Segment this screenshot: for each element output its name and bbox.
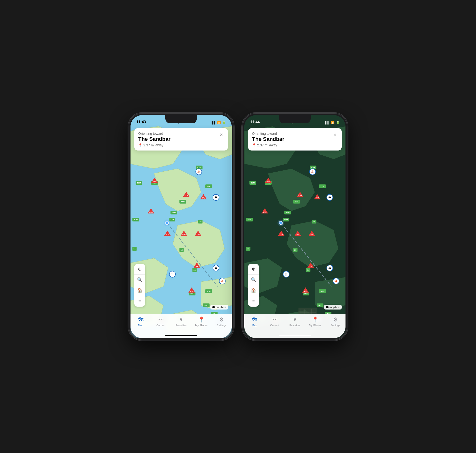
svg-text:3BC: 3BC bbox=[207, 290, 211, 292]
home-indicator-dark bbox=[279, 335, 311, 336]
svg-text:1TM: 1TM bbox=[196, 233, 200, 235]
phone-light: 11:43 ➤ ▌▌ 📶 🔋 bbox=[129, 114, 233, 340]
tab-favorites-dark[interactable]: ♥ Favorites bbox=[285, 317, 305, 327]
nav-card-light: Orienting toward The Sandbar 📍 2.37 mi a… bbox=[134, 128, 228, 151]
svg-text:11: 11 bbox=[133, 248, 136, 250]
signal-icon-light: ▌▌ bbox=[212, 121, 216, 124]
tab-favorites-label-light: Favorites bbox=[176, 324, 186, 327]
nav-card-close-dark[interactable]: ✕ bbox=[332, 132, 338, 138]
svg-text:1TM: 1TM bbox=[310, 233, 314, 235]
tab-current-icon-dark: 〰 bbox=[272, 317, 277, 323]
mapbox-dot-light bbox=[212, 306, 215, 308]
tab-map-icon-light: 🗺 bbox=[138, 317, 143, 323]
nav-card-distance-light: 📍 2.37 mi away bbox=[138, 143, 170, 147]
tab-settings-label-dark: Settings bbox=[330, 324, 340, 327]
tab-current-icon-light: 〰 bbox=[158, 317, 163, 323]
svg-text:6TM: 6TM bbox=[185, 195, 188, 196]
left-toolbar-dark: ⊕ 🔍 🏠 ≡ bbox=[248, 264, 259, 307]
tab-settings-label-light: Settings bbox=[217, 324, 226, 327]
nav-card-orienting-light: Orienting toward bbox=[138, 132, 170, 135]
search-btn-light[interactable]: 🔍 bbox=[134, 275, 145, 285]
svg-text:🍴: 🍴 bbox=[284, 273, 288, 276]
home-btn-dark[interactable]: 🏠 bbox=[248, 285, 259, 296]
svg-text:🕶: 🕶 bbox=[328, 196, 331, 199]
svg-text:5TM: 5TM bbox=[202, 197, 205, 199]
nav-card-dark: Orienting toward The Sandbar 📍 2.37 mi a… bbox=[248, 128, 342, 151]
signal-icon-dark: ▌▌ bbox=[325, 121, 330, 124]
svg-point-108 bbox=[277, 219, 284, 226]
phones-container: 11:43 ➤ ▌▌ 📶 🔋 bbox=[129, 114, 347, 340]
nav-card-title-dark: The Sandbar bbox=[252, 136, 284, 142]
left-toolbar-light: ⊕ 🔍 🏠 ≡ bbox=[134, 264, 145, 307]
tab-myplaces-label-dark: My Places bbox=[309, 324, 321, 327]
tab-map-dark[interactable]: 🗺 Map bbox=[244, 317, 265, 327]
tab-current-label-light: Current bbox=[156, 324, 165, 327]
svg-text:4BC: 4BC bbox=[190, 290, 193, 292]
tab-favorites-icon-light: ♥ bbox=[179, 317, 183, 323]
distance-text-light: 2.37 mi away bbox=[143, 143, 163, 147]
nav-card-close-light[interactable]: ✕ bbox=[218, 132, 224, 138]
notch-light bbox=[165, 115, 197, 123]
tab-map-icon-dark: 🗺 bbox=[252, 317, 257, 323]
svg-text:14: 14 bbox=[307, 269, 309, 271]
crosshair-btn-light[interactable]: ⊕ bbox=[134, 264, 145, 275]
search-btn-dark[interactable]: 🔍 bbox=[248, 275, 259, 285]
svg-text:2TM: 2TM bbox=[280, 233, 283, 235]
svg-text:6SM: 6SM bbox=[153, 181, 156, 182]
tab-current-dark[interactable]: 〰 Current bbox=[265, 317, 285, 327]
location-pin-light: 📍 bbox=[138, 143, 142, 147]
svg-text:11: 11 bbox=[247, 248, 249, 250]
svg-text:1TM: 1TM bbox=[170, 218, 174, 221]
svg-text:5BC: 5BC bbox=[204, 304, 208, 306]
tab-settings-icon-dark: ⚙ bbox=[333, 317, 338, 323]
nav-card-content-light: Orienting toward The Sandbar 📍 2.37 mi a… bbox=[138, 132, 170, 147]
tab-map-light[interactable]: 🗺 Map bbox=[131, 317, 151, 327]
svg-text:4BC: 4BC bbox=[190, 292, 194, 294]
tab-settings-light[interactable]: ⚙ Settings bbox=[211, 317, 232, 327]
crosshair-btn-dark[interactable]: ⊕ bbox=[248, 264, 259, 275]
nav-card-content-dark: Orienting toward The Sandbar 📍 2.37 mi a… bbox=[252, 132, 284, 147]
svg-text:14: 14 bbox=[196, 265, 198, 267]
tab-myplaces-dark[interactable]: 📍 My Places bbox=[305, 317, 325, 327]
nav-card-title-light: The Sandbar bbox=[138, 136, 170, 142]
wifi-icon-light: 📶 bbox=[217, 121, 221, 124]
tab-settings-dark[interactable]: ⚙ Settings bbox=[325, 317, 345, 327]
tab-myplaces-icon-dark: 📍 bbox=[312, 317, 318, 323]
svg-text:7TM: 7TM bbox=[207, 185, 211, 187]
svg-text:14: 14 bbox=[310, 265, 312, 267]
svg-text:4TM: 4TM bbox=[296, 233, 299, 235]
svg-text:⛵: ⛵ bbox=[335, 279, 338, 283]
svg-text:6TM: 6TM bbox=[299, 195, 302, 196]
svg-text:3TM: 3TM bbox=[286, 211, 290, 214]
battery-icon-light: 🔋 bbox=[222, 121, 226, 124]
tab-favorites-light[interactable]: ♥ Favorites bbox=[171, 317, 191, 327]
svg-text:🕶: 🕶 bbox=[328, 267, 331, 270]
svg-text:⛵: ⛵ bbox=[197, 170, 200, 173]
svg-text:4SM: 4SM bbox=[263, 211, 267, 213]
svg-text:4SM: 4SM bbox=[149, 211, 153, 213]
svg-text:🕶: 🕶 bbox=[215, 267, 217, 270]
svg-text:13: 13 bbox=[181, 249, 183, 251]
svg-text:9TM: 9TM bbox=[311, 166, 315, 168]
svg-point-11 bbox=[164, 219, 170, 226]
layers-btn-light[interactable]: ≡ bbox=[134, 296, 145, 307]
svg-text:3BC: 3BC bbox=[321, 290, 324, 292]
svg-text:5SM: 5SM bbox=[251, 182, 255, 184]
phone-dark: 11:44 ➤ ▌▌ 📶 🔋 bbox=[243, 114, 347, 340]
svg-text:2TM: 2TM bbox=[166, 233, 169, 235]
layers-btn-dark[interactable]: ≡ bbox=[248, 296, 259, 307]
tab-bar-dark: 🗺 Map 〰 Current ♥ Favorites 📍 My Places … bbox=[244, 314, 345, 338]
phone-screen-light: 11:43 ➤ ▌▌ 📶 🔋 bbox=[131, 115, 232, 338]
svg-text:5TM: 5TM bbox=[181, 200, 185, 203]
tab-myplaces-light[interactable]: 📍 My Places bbox=[191, 317, 212, 327]
battery-icon-dark: 🔋 bbox=[336, 121, 340, 124]
tab-myplaces-icon-light: 📍 bbox=[198, 317, 205, 323]
tab-favorites-label-dark: Favorites bbox=[289, 324, 300, 327]
home-btn-light[interactable]: 🏠 bbox=[134, 285, 145, 296]
svg-text:1TM: 1TM bbox=[284, 218, 288, 221]
tab-bar-light: 🗺 Map 〰 Current ♥ Favorites 📍 My Places … bbox=[131, 314, 232, 338]
status-icons-light: ▌▌ 📶 🔋 bbox=[212, 121, 226, 124]
svg-text:14: 14 bbox=[193, 269, 196, 271]
svg-text:5BC: 5BC bbox=[318, 304, 322, 306]
tab-current-light[interactable]: 〰 Current bbox=[151, 317, 171, 327]
